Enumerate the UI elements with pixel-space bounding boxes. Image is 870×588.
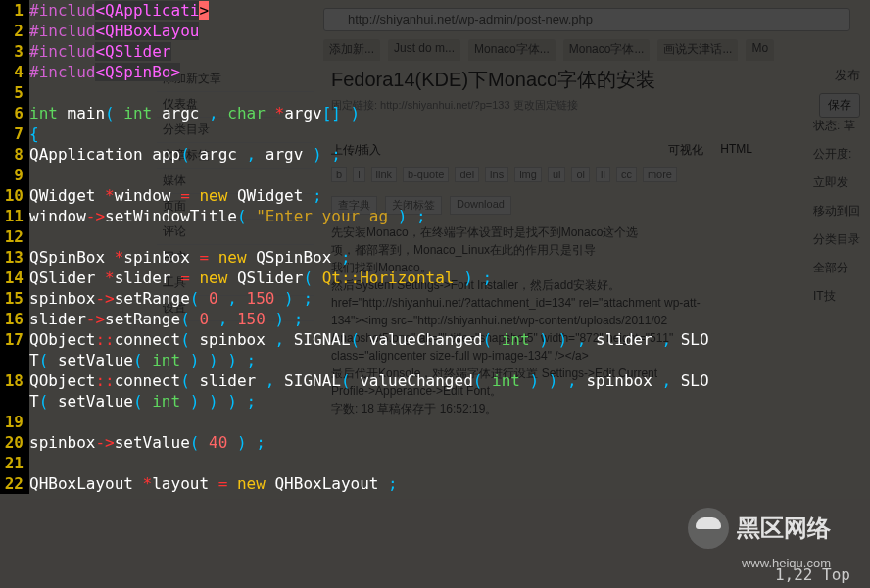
line-number (0, 391, 29, 412)
code-line[interactable]: 2#includ<QHBoxLayou (0, 21, 870, 41)
line-number: 9 (0, 165, 29, 185)
code-line[interactable]: 14 QSlider *slider = new QSlider( Qt::Ho… (0, 268, 870, 288)
code-text[interactable] (29, 412, 870, 432)
watermark: 黑区网络 www.heiqu.com (688, 508, 831, 549)
code-line[interactable]: 8 QApplication app( argc , argv ) ; (0, 144, 870, 165)
code-line[interactable]: 18 QObject::connect( slider , SIGNAL( va… (0, 370, 870, 391)
code-line[interactable]: 4#includ<QSpinBo> (0, 62, 870, 82)
code-text[interactable]: QObject::connect( slider , SIGNAL( value… (29, 370, 870, 391)
code-text[interactable] (29, 226, 870, 247)
code-text[interactable]: slider->setRange( 0 , 150 ) ; (29, 309, 870, 329)
code-text[interactable]: #includ<QApplicati> (29, 0, 870, 21)
code-text[interactable]: spinbox->setRange( 0 , 150 ) ; (29, 288, 870, 309)
line-number: 13 (0, 247, 29, 268)
code-text[interactable]: #includ<QSpinBo> (29, 62, 870, 82)
line-number: 16 (0, 309, 29, 329)
line-number: 22 (0, 473, 29, 494)
code-text[interactable]: T( setValue( int ) ) ) ; (29, 350, 870, 370)
line-number: 2 (0, 21, 29, 41)
code-line[interactable]: 16 slider->setRange( 0 , 150 ) ; (0, 309, 870, 329)
line-number: 18 (0, 370, 29, 391)
code-text[interactable] (29, 165, 870, 185)
line-number: 1 (0, 0, 29, 21)
code-line[interactable]: 11 window->setWindowTitle( "Enter your a… (0, 206, 870, 226)
line-number: 20 (0, 432, 29, 453)
line-number: 6 (0, 103, 29, 123)
code-text[interactable]: T( setValue( int ) ) ) ; (29, 391, 870, 412)
code-line[interactable]: 5 (0, 82, 870, 103)
line-number: 10 (0, 185, 29, 206)
code-line[interactable]: 15 spinbox->setRange( 0 , 150 ) ; (0, 288, 870, 309)
code-text[interactable]: QHBoxLayout *layout = new QHBoxLayout ; (29, 473, 870, 494)
code-text[interactable]: window->setWindowTitle( "Enter your ag )… (29, 206, 870, 226)
line-number: 12 (0, 226, 29, 247)
line-number: 21 (0, 453, 29, 473)
code-text[interactable]: #includ<QSlider (29, 41, 870, 62)
line-number: 15 (0, 288, 29, 309)
code-text[interactable]: QApplication app( argc , argv ) ; (29, 144, 870, 165)
line-number: 3 (0, 41, 29, 62)
code-text[interactable]: { (29, 123, 870, 144)
watermark-url: www.heiqu.com (742, 556, 831, 570)
code-text[interactable] (29, 82, 870, 103)
watermark-logo-icon (688, 508, 729, 549)
code-text[interactable]: QObject::connect( spinbox , SIGNAL( valu… (29, 329, 870, 350)
line-number: 11 (0, 206, 29, 226)
code-line[interactable]: 7{ (0, 123, 870, 144)
line-number: 4 (0, 62, 29, 82)
code-line[interactable]: 9 (0, 165, 870, 185)
code-text[interactable]: QWidget *window = new QWidget ; (29, 185, 870, 206)
code-line[interactable]: 22 QHBoxLayout *layout = new QHBoxLayout… (0, 473, 870, 494)
code-text[interactable]: #includ<QHBoxLayou (29, 21, 870, 41)
code-text[interactable]: int main( int argc , char *argv[] ) (29, 103, 870, 123)
code-editor[interactable]: 1#includ<QApplicati>2#includ<QHBoxLayou3… (0, 0, 870, 588)
line-number: 8 (0, 144, 29, 165)
code-line[interactable]: 3#includ<QSlider (0, 41, 870, 62)
line-number: 17 (0, 329, 29, 350)
line-number: 14 (0, 268, 29, 288)
line-number: 19 (0, 412, 29, 432)
code-line[interactable]: 1#includ<QApplicati> (0, 0, 870, 21)
code-text[interactable]: QSlider *slider = new QSlider( Qt::Horiz… (29, 268, 870, 288)
code-line[interactable]: T( setValue( int ) ) ) ; (0, 391, 870, 412)
code-line[interactable]: 6int main( int argc , char *argv[] ) (0, 103, 870, 123)
code-text[interactable] (29, 453, 870, 473)
code-line[interactable]: 10 QWidget *window = new QWidget ; (0, 185, 870, 206)
code-line[interactable]: 17 QObject::connect( spinbox , SIGNAL( v… (0, 329, 870, 350)
code-text[interactable]: QSpinBox *spinbox = new QSpinBox ; (29, 247, 870, 268)
code-text[interactable]: spinbox->setValue( 40 ) ; (29, 432, 870, 453)
line-number: 7 (0, 123, 29, 144)
watermark-text: 黑区网络 (737, 514, 831, 541)
code-line[interactable]: 21 (0, 453, 870, 473)
code-line[interactable]: 19 (0, 412, 870, 432)
code-line[interactable]: 20 spinbox->setValue( 40 ) ; (0, 432, 870, 453)
line-number (0, 350, 29, 370)
code-line[interactable]: T( setValue( int ) ) ) ; (0, 350, 870, 370)
code-line[interactable]: 13 QSpinBox *spinbox = new QSpinBox ; (0, 247, 870, 268)
code-line[interactable]: 12 (0, 226, 870, 247)
line-number: 5 (0, 82, 29, 103)
